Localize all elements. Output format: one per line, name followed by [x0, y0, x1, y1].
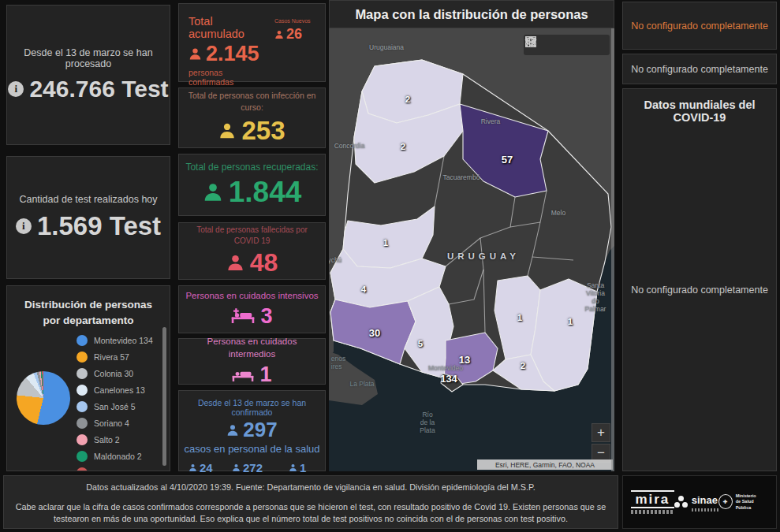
- health-personnel-value: 297: [179, 418, 325, 442]
- footer-disclaimer-text: Cabe aclarar que la cifra de casos confi…: [15, 501, 606, 526]
- panel-total-accumulated: Total acumulado 2.145 personas confirmad…: [178, 3, 326, 82]
- accumulated-value: 2.145: [188, 42, 270, 66]
- bed-icon: [232, 367, 254, 382]
- legend-icon[interactable]: [548, 37, 564, 53]
- panel-intermediate-care: Personas en cuidados intermedios 1: [178, 338, 326, 385]
- legend-item[interactable]: Soriano 4: [77, 415, 153, 431]
- intensive-care-value: 3: [231, 304, 272, 329]
- person-icon: [218, 122, 236, 140]
- health-personnel-outro: casos en personal de la salud: [179, 443, 325, 455]
- legend-scrollbar[interactable]: [162, 327, 166, 466]
- pie-legend: Montevideo 134Rivera 57Colonia 30Canelon…: [77, 332, 153, 471]
- not-configured-text: No configurado completamente: [631, 285, 768, 296]
- legend-swatch: [77, 352, 88, 363]
- map-title: Mapa con la distribución de personas: [329, 0, 614, 28]
- legend-label: Colonia 30: [94, 369, 133, 378]
- map-panel: Mapa con la distribución de personas: [329, 0, 614, 471]
- new-cases-value: 26: [274, 26, 319, 43]
- map-marker-rocha[interactable]: 1: [568, 317, 573, 326]
- legend-label: Montevideo 134: [94, 336, 153, 345]
- distribution-title: Distribución de personas por departament…: [21, 297, 155, 329]
- map-marker-paysandu[interactable]: 1: [383, 238, 388, 247]
- legend-swatch: [77, 401, 88, 412]
- panel-recovered: Total de personas recuperadas: 1.844: [178, 154, 326, 216]
- legend-item[interactable]: Maldonado 2: [77, 448, 153, 464]
- map-place-label: Uruguaiana: [369, 43, 404, 51]
- hospital-bed-icon: [231, 308, 255, 324]
- legend-item[interactable]: Salto 2: [77, 431, 153, 448]
- accumulated-subtitle: personas confirmadas: [188, 68, 270, 87]
- map-place-label: URUGUAY: [447, 251, 520, 261]
- map-marker-rivera[interactable]: 57: [502, 154, 513, 166]
- accumulated-title: Total acumulado: [188, 15, 270, 40]
- legend-swatch: [77, 467, 88, 472]
- legend-label: Maldonado 2: [94, 452, 142, 461]
- person-icon: [226, 254, 244, 272]
- map-marker-maldonado[interactable]: 2: [521, 361, 525, 370]
- intermediate-care-label: Personas en cuidados intermedios: [179, 336, 325, 360]
- msp-seal-icon: ✚: [718, 494, 733, 509]
- panel-distribution: Distribución de personas por departament…: [6, 285, 170, 471]
- legend-swatch: [77, 385, 88, 396]
- pie-chart[interactable]: [17, 371, 70, 425]
- legend-item[interactable]: San José 5: [77, 398, 153, 415]
- person-icon: [226, 424, 239, 437]
- info-icon: i: [16, 218, 32, 234]
- map-place-label: Santa Vitoria do Palmar: [585, 281, 606, 313]
- legend-swatch: [77, 418, 88, 429]
- legend-item[interactable]: Rivera 57: [77, 348, 153, 365]
- panel-active-infections: Total de personas con infección en curso…: [178, 87, 326, 148]
- map-scrollbar[interactable]: [611, 28, 614, 471]
- map-attribution: Esri, HERE, Garmin, FAO, NOAA: [477, 459, 613, 470]
- footer-logos: mira sinae ✚ Ministeriode Salud Pública: [622, 475, 777, 529]
- map-place-label: La Plata: [349, 380, 374, 388]
- map-marker-colonia[interactable]: 30: [369, 327, 380, 339]
- map-place-label: aychú: [329, 256, 341, 264]
- deaths-value: 48: [226, 248, 278, 277]
- panel-deaths: Total de personas fallecidas por COVID 1…: [178, 222, 326, 280]
- panel-intensive-care: Personas en cuidados intensivos 3: [178, 285, 326, 333]
- health-personnel-intro: Desde el 13 de marzo se han confirmado: [179, 398, 325, 417]
- map-marker-soriano[interactable]: 4: [361, 285, 366, 294]
- mira-logo: mira: [631, 490, 674, 515]
- legend-item[interactable]: Montevideo 134: [77, 332, 153, 348]
- legend-item[interactable]: Colonia 30: [77, 365, 153, 381]
- person-icon: [289, 463, 297, 472]
- deaths-label: Total de personas fallecidas por COVID 1…: [179, 225, 325, 246]
- map-place-label: Melo: [551, 209, 565, 217]
- zoom-in-button[interactable]: +: [592, 423, 610, 442]
- legend-swatch: [77, 434, 88, 445]
- map-canvas[interactable]: + − Esri, HERE, Garmin, FAO, NOAA 225714…: [329, 28, 614, 471]
- person-icon: [203, 182, 223, 203]
- not-configured-text: No configurado completamente: [631, 20, 768, 32]
- map-marker-salto[interactable]: 2: [401, 142, 405, 151]
- uruguay-choropleth: [329, 28, 614, 471]
- not-configured-text: No configurado completamente: [631, 64, 768, 75]
- sinae-icon: [674, 496, 689, 508]
- legend-swatch: [77, 335, 88, 346]
- legend-item[interactable]: [77, 464, 153, 471]
- person-icon: [188, 47, 202, 61]
- legend-swatch: [77, 368, 88, 379]
- recovered-value: 1.844: [203, 176, 302, 209]
- map-toolbar: [524, 35, 610, 55]
- intensive-care-label: Personas en cuidados intensivos: [179, 290, 324, 303]
- person-icon: [274, 30, 284, 39]
- map-marker-montevideo[interactable]: 134: [440, 373, 457, 385]
- map-place-label: Concordia: [334, 142, 365, 150]
- legend-label: Rivera 57: [94, 352, 129, 362]
- basemap-icon[interactable]: [591, 37, 606, 53]
- tests-today-label: Cantidad de test realizados hoy: [11, 194, 165, 205]
- sinae-logo: sinae: [674, 493, 718, 512]
- tests-processed-label: Desde el 13 de marzo se han procesado: [7, 47, 170, 69]
- panel-health-personnel: Desde el 13 de marzo se han confirmado 2…: [178, 390, 326, 471]
- map-marker-lavalleja[interactable]: 1: [517, 313, 522, 322]
- layers-icon[interactable]: [569, 37, 585, 53]
- tests-processed-value: i 246.766 Test: [8, 76, 168, 102]
- msp-logo: ✚ Ministeriode Salud Pública: [718, 493, 768, 510]
- legend-item[interactable]: Canelones 13: [77, 381, 153, 398]
- map-marker-artigas[interactable]: 2: [405, 95, 410, 104]
- intermediate-care-value: 1: [232, 363, 271, 387]
- map-marker-san-jose[interactable]: 5: [418, 339, 423, 348]
- info-icon: i: [8, 81, 24, 97]
